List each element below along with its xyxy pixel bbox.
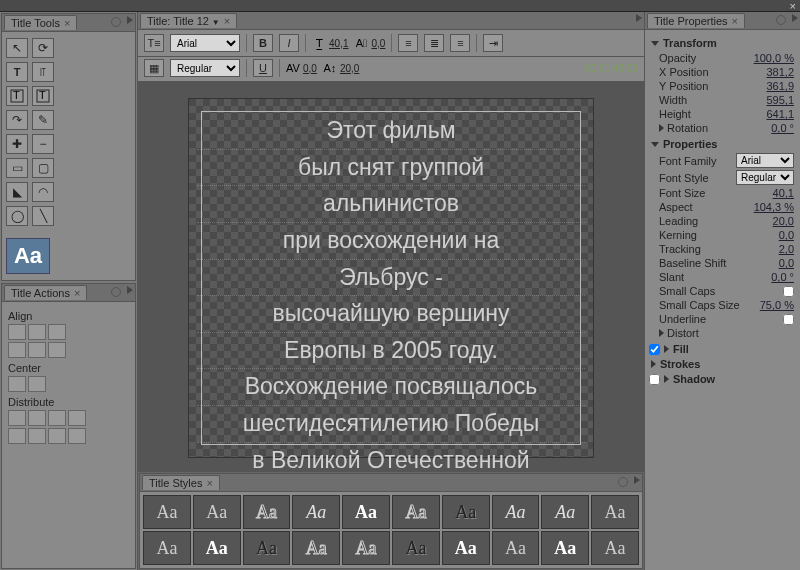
style-swatch[interactable]: Aa — [492, 531, 540, 565]
xposition-value[interactable]: 381,2 — [766, 66, 794, 78]
strokes-section[interactable]: Strokes — [651, 358, 794, 370]
style-swatch[interactable]: Aa — [143, 495, 191, 529]
add-anchor-tool[interactable]: ✚ — [6, 134, 28, 154]
vertical-type-tool[interactable]: IT — [32, 62, 54, 82]
rotation-value[interactable]: 0,0 ° — [771, 122, 794, 134]
kerning-value[interactable]: 0,0 — [779, 229, 794, 241]
dist-1-btn[interactable] — [8, 410, 26, 426]
tab-title-actions[interactable]: Title Actions× — [4, 285, 87, 300]
opacity-value[interactable]: 100,0 % — [754, 52, 794, 64]
horizontal-type-tool[interactable]: T — [6, 62, 28, 82]
font-family-select[interactable]: Arial — [736, 153, 794, 168]
tab-title-properties[interactable]: Title Properties× — [647, 13, 745, 28]
title-line[interactable]: Восхождение посвящалось — [197, 369, 585, 406]
title-line[interactable]: был снят группой — [197, 150, 585, 187]
shadow-section[interactable]: Shadow — [651, 373, 794, 385]
style-swatch[interactable]: Aa — [541, 495, 589, 529]
dist-2-btn[interactable] — [28, 410, 46, 426]
fill-section[interactable]: Fill — [651, 343, 794, 355]
path-type-tool[interactable]: ↷ — [6, 110, 28, 130]
title-line[interactable]: высочайшую вершину — [197, 296, 585, 333]
tab-title-tools[interactable]: Title Tools× — [4, 15, 77, 30]
close-icon[interactable]: × — [224, 15, 230, 27]
close-icon[interactable]: × — [790, 0, 796, 12]
properties-section[interactable]: Properties — [651, 138, 794, 150]
dist-7-btn[interactable] — [48, 428, 66, 444]
selection-tool[interactable]: ↖ — [6, 38, 28, 58]
dist-8-btn[interactable] — [68, 428, 86, 444]
title-canvas[interactable]: Этот фильм был снят группой альпинистов … — [188, 98, 594, 458]
font-style-select[interactable]: Regular — [736, 170, 794, 185]
center-h-btn[interactable] — [8, 376, 26, 392]
dist-3-btn[interactable] — [48, 410, 66, 426]
underline-checkbox[interactable] — [783, 314, 794, 325]
width-value[interactable]: 595,1 — [766, 94, 794, 106]
style-swatch[interactable]: Aa — [492, 495, 540, 529]
style-swatch[interactable]: Aa — [193, 531, 241, 565]
align-left-btn[interactable] — [8, 324, 26, 340]
arc-tool[interactable]: ◠ — [32, 182, 54, 202]
font-size-value[interactable]: 40,1 — [329, 38, 348, 49]
align-right-btn[interactable] — [48, 324, 66, 340]
baseline-value[interactable]: 0,0 — [779, 257, 794, 269]
tab-title-styles[interactable]: Title Styles× — [142, 475, 220, 490]
font-style-select[interactable]: Regular — [170, 59, 240, 77]
style-swatch[interactable]: Aa — [392, 531, 440, 565]
line-tool[interactable]: ╲ — [32, 206, 54, 226]
leading-value[interactable]: 20,0 — [773, 215, 794, 227]
wedge-tool[interactable]: ◣ — [6, 182, 28, 202]
close-icon[interactable]: × — [74, 287, 80, 299]
flyout-icon[interactable] — [634, 476, 640, 484]
delete-anchor-tool[interactable]: − — [32, 134, 54, 154]
center-v-btn[interactable] — [28, 376, 46, 392]
rounded-rect-tool[interactable]: ▢ — [32, 158, 54, 178]
tab-stops-btn[interactable]: ⇥ — [483, 34, 503, 52]
title-line[interactable]: при восхождении на — [197, 223, 585, 260]
fill-checkbox[interactable] — [649, 344, 660, 355]
dist-6-btn[interactable] — [28, 428, 46, 444]
italic-btn[interactable]: I — [279, 34, 299, 52]
slant-value[interactable]: 0,0 ° — [771, 271, 794, 283]
tab-titler[interactable]: Title: Title 12 ▼× — [140, 13, 237, 28]
title-line[interactable]: шестидесятилетию Победы — [197, 406, 585, 443]
align-hcenter-btn[interactable] — [28, 324, 46, 340]
style-swatch[interactable]: Aa — [392, 495, 440, 529]
style-swatch[interactable]: Aa — [342, 531, 390, 565]
style-swatch[interactable]: Aa — [442, 531, 490, 565]
rectangle-tool[interactable]: ▭ — [6, 158, 28, 178]
style-swatch[interactable]: Aa — [591, 531, 639, 565]
shadow-checkbox[interactable] — [649, 374, 660, 385]
style-swatch[interactable]: Aa — [292, 531, 340, 565]
style-swatch[interactable]: Aa — [591, 495, 639, 529]
flyout-icon[interactable] — [127, 286, 133, 294]
fontsize-value[interactable]: 40,1 — [773, 187, 794, 199]
ellipse-tool[interactable]: ◯ — [6, 206, 28, 226]
style-swatch[interactable]: Aa — [243, 531, 291, 565]
smallcaps-checkbox[interactable] — [783, 286, 794, 297]
tracking-value[interactable]: 0,0 — [303, 63, 317, 74]
leading-value[interactable]: 20,0 — [340, 63, 359, 74]
underline-btn[interactable]: U — [253, 59, 273, 77]
align-center-btn[interactable]: ≣ — [424, 34, 444, 52]
area-type-tool[interactable]: T — [6, 86, 28, 106]
title-type-btn[interactable]: T≡ — [144, 34, 164, 52]
flyout-icon[interactable] — [792, 14, 798, 22]
aspect-value[interactable]: 104,3 % — [754, 201, 794, 213]
dist-4-btn[interactable] — [68, 410, 86, 426]
title-line[interactable]: Эльбрус - — [197, 260, 585, 297]
pen-tool[interactable]: ✎ — [32, 110, 54, 130]
close-icon[interactable]: × — [64, 17, 70, 29]
smallcapssize-value[interactable]: 75,0 % — [760, 299, 794, 311]
dist-5-btn[interactable] — [8, 428, 26, 444]
close-icon[interactable]: × — [732, 15, 738, 27]
style-swatch[interactable]: Aa — [342, 495, 390, 529]
font-family-select[interactable]: Arial — [170, 34, 240, 52]
templates-btn[interactable]: ▦ — [144, 59, 164, 77]
close-icon[interactable]: × — [206, 477, 212, 489]
vertical-area-type-tool[interactable]: T — [32, 86, 54, 106]
transform-section[interactable]: Transform — [651, 37, 794, 49]
style-swatch[interactable]: Aa — [243, 495, 291, 529]
align-top-btn[interactable] — [8, 342, 26, 358]
style-swatch[interactable]: Aa — [442, 495, 490, 529]
style-swatch[interactable]: Aa — [541, 531, 589, 565]
